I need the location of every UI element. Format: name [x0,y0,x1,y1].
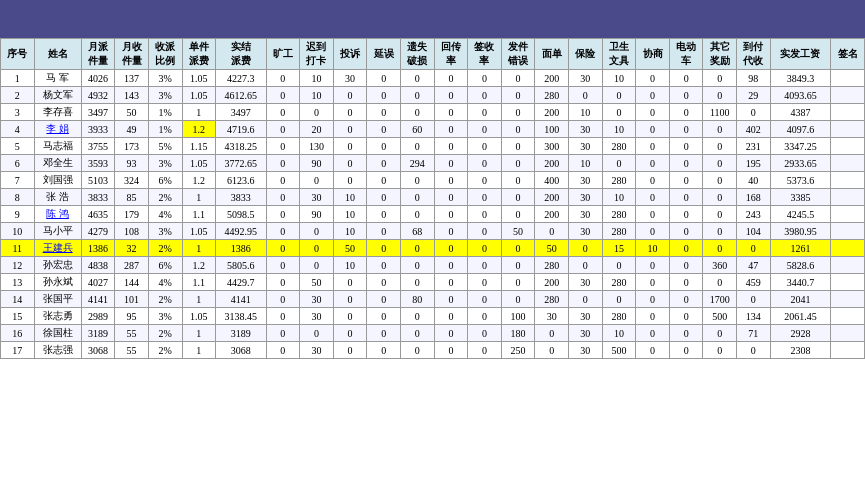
cell-delay: 0 [367,257,401,274]
cell-lost: 80 [400,291,434,308]
cell-late: 30 [300,342,334,359]
cell-late: 90 [300,155,334,172]
cell-actual-fee: 4492.95 [216,223,266,240]
cell-delay: 0 [367,274,401,291]
cell-id: 13 [1,274,35,291]
table-row: 4李 娟3933491%1.24719.60200060000100301000… [1,121,865,138]
cell-other: 1700 [703,291,737,308]
cell-sign-rate: 0 [468,104,502,121]
cell-month-collect: 137 [115,70,149,87]
cell-bill: 0 [535,223,569,240]
cell-actual-fee: 4612.65 [216,87,266,104]
cell-name: 孙宏忠 [34,257,81,274]
cell-ratio: 2% [148,291,182,308]
cell-late: 0 [300,223,334,240]
cell-month-collect: 55 [115,325,149,342]
cell-complaint: 0 [333,291,367,308]
cell-month-dispatch: 4026 [81,70,115,87]
table-row: 1马 军40261373%1.054227.301030000002003010… [1,70,865,87]
col-late: 迟到打卡 [300,39,334,70]
cell-late: 30 [300,291,334,308]
cell-sanitary: 0 [602,257,636,274]
cell-other: 0 [703,87,737,104]
cell-cod: 402 [737,121,771,138]
cell-sign [831,257,865,274]
col-ratio: 收派比例 [148,39,182,70]
cell-ratio: 6% [148,172,182,189]
cell-ratio: 5% [148,138,182,155]
cell-send-error: 0 [501,70,535,87]
cell-cod: 71 [737,325,771,342]
cell-unit-fee: 1.05 [182,308,216,325]
cell-unit-fee: 1 [182,240,216,257]
cell-send-error: 180 [501,325,535,342]
cell-id: 15 [1,308,35,325]
col-bill: 面单 [535,39,569,70]
cell-bill: 200 [535,104,569,121]
cell-other: 0 [703,223,737,240]
col-unit-fee: 单件派费 [182,39,216,70]
cell-sign [831,291,865,308]
cell-send-error: 0 [501,104,535,121]
cell-return-rate: 0 [434,70,468,87]
col-actual-fee: 实结派费 [216,39,266,70]
cell-month-collect: 179 [115,206,149,223]
cell-lost: 0 [400,257,434,274]
cell-month-collect: 143 [115,87,149,104]
cell-sign-rate: 0 [468,240,502,257]
cell-electric: 0 [669,274,703,291]
cell-name[interactable]: 李 娟 [34,121,81,138]
cell-delay: 0 [367,206,401,223]
cell-send-error: 0 [501,172,535,189]
cell-sign [831,189,865,206]
cell-sign [831,70,865,87]
cell-actual-wage: 2933.65 [770,155,831,172]
cell-send-error: 0 [501,291,535,308]
cell-actual-fee: 3833 [216,189,266,206]
cell-sign [831,121,865,138]
cell-insurance: 30 [569,342,603,359]
cell-negotiate: 0 [636,172,670,189]
cell-electric: 0 [669,291,703,308]
cell-other: 0 [703,121,737,138]
cell-ratio: 3% [148,223,182,240]
cell-name[interactable]: 陈 鸿 [34,206,81,223]
table-row: 15张志勇2989953%1.053138.450300000010030302… [1,308,865,325]
cell-sign [831,172,865,189]
cell-actual-fee: 3772.65 [216,155,266,172]
cell-lost: 0 [400,325,434,342]
cell-id: 17 [1,342,35,359]
cell-delay: 0 [367,70,401,87]
cell-insurance: 30 [569,172,603,189]
cell-absent: 0 [266,70,300,87]
cell-month-collect: 101 [115,291,149,308]
cell-name[interactable]: 王建兵 [34,240,81,257]
cell-send-error: 0 [501,189,535,206]
cell-return-rate: 0 [434,342,468,359]
cell-unit-fee: 1.15 [182,138,216,155]
cell-delay: 0 [367,308,401,325]
cell-insurance: 30 [569,274,603,291]
cell-sanitary: 15 [602,240,636,257]
cell-month-dispatch: 4932 [81,87,115,104]
cell-cod: 134 [737,308,771,325]
cell-actual-wage: 2928 [770,325,831,342]
cell-delay: 0 [367,325,401,342]
cell-negotiate: 0 [636,257,670,274]
cell-month-dispatch: 1386 [81,240,115,257]
cell-name: 刘国强 [34,172,81,189]
cell-month-dispatch: 4141 [81,291,115,308]
cell-month-collect: 32 [115,240,149,257]
cell-sanitary: 280 [602,206,636,223]
cell-id: 8 [1,189,35,206]
cell-return-rate: 0 [434,325,468,342]
cell-actual-wage: 2308 [770,342,831,359]
col-sign-rate: 签收率 [468,39,502,70]
cell-complaint: 0 [333,274,367,291]
cell-unit-fee: 1.05 [182,223,216,240]
cell-late: 90 [300,206,334,223]
cell-id: 11 [1,240,35,257]
cell-id: 3 [1,104,35,121]
cell-sign-rate: 0 [468,257,502,274]
cell-actual-wage: 4097.6 [770,121,831,138]
